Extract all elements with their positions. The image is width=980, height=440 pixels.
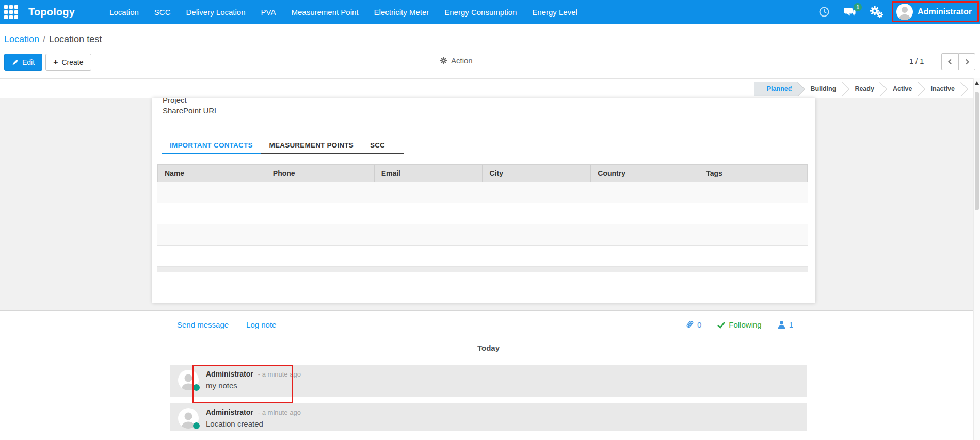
tab-measurement-points[interactable]: MEASUREMENT POINTS bbox=[261, 137, 362, 154]
column-header-name[interactable]: Name bbox=[158, 165, 266, 182]
message-author[interactable]: Administrator bbox=[206, 370, 253, 378]
log-note-link[interactable]: Log note bbox=[246, 320, 276, 329]
menu-item-energy-level[interactable]: Energy Level bbox=[524, 1, 585, 23]
top-navbar: Topology Location SCC Delivery Location … bbox=[0, 0, 980, 24]
person-icon bbox=[777, 320, 786, 329]
stage-active[interactable]: Active bbox=[880, 82, 919, 96]
check-icon bbox=[717, 321, 726, 329]
app-title[interactable]: Topology bbox=[28, 6, 75, 18]
menu-item-energy-consumption[interactable]: Energy Consumption bbox=[437, 1, 524, 23]
followers-button[interactable]: 1 bbox=[777, 320, 793, 329]
contacts-table: Name Phone Email City Country Tags bbox=[157, 164, 808, 272]
column-header-phone[interactable]: Phone bbox=[266, 165, 375, 182]
message-avatar bbox=[178, 408, 199, 429]
control-panel: Edit + Create Action 1 / 1 bbox=[0, 46, 980, 79]
attachment-count: 0 bbox=[697, 320, 701, 329]
breadcrumb: Location/Location test bbox=[4, 34, 102, 45]
form-field-labels: Project SharePoint URL bbox=[163, 98, 246, 120]
message-timestamp: - a minute ago bbox=[258, 409, 301, 416]
pager-value: 1 / 1 bbox=[909, 57, 924, 66]
form-sheet: Project SharePoint URL IMPORTANT CONTACT… bbox=[152, 98, 815, 303]
content-area: Project SharePoint URL IMPORTANT CONTACT… bbox=[0, 98, 980, 311]
message-body: my notes bbox=[206, 381, 301, 390]
plus-icon: + bbox=[53, 58, 58, 67]
apps-grid-icon[interactable] bbox=[4, 5, 18, 19]
chatter-message: Administrator - a minute ago my notes bbox=[170, 365, 807, 397]
stage-building[interactable]: Building bbox=[798, 82, 842, 96]
menu-item-electricity-meter[interactable]: Electricity Meter bbox=[366, 1, 437, 23]
scrollbar-up-arrow[interactable] bbox=[975, 81, 979, 85]
notebook-tabs: IMPORTANT CONTACTS MEASUREMENT POINTS SC… bbox=[162, 137, 404, 154]
action-gear-icon bbox=[440, 57, 447, 64]
column-header-country[interactable]: Country bbox=[591, 165, 699, 182]
date-divider: Today bbox=[170, 344, 807, 352]
user-avatar bbox=[896, 4, 913, 20]
chatter-message: Administrator - a minute ago Location cr… bbox=[170, 403, 807, 431]
messages-icon[interactable]: 1 bbox=[843, 7, 856, 18]
date-divider-label: Today bbox=[469, 344, 508, 352]
table-row bbox=[157, 246, 808, 267]
settings-gears-icon[interactable] bbox=[870, 6, 883, 18]
column-header-email[interactable]: Email bbox=[375, 165, 483, 182]
scrollbar-thumb[interactable] bbox=[975, 92, 979, 210]
column-header-tags[interactable]: Tags bbox=[699, 165, 807, 182]
table-row bbox=[157, 224, 808, 246]
message-author[interactable]: Administrator bbox=[206, 408, 253, 416]
breadcrumb-separator: / bbox=[43, 34, 45, 44]
follower-count: 1 bbox=[789, 320, 793, 329]
pager-next-button[interactable] bbox=[958, 53, 975, 70]
action-menu-button[interactable]: Action bbox=[440, 56, 473, 65]
tab-important-contacts[interactable]: IMPORTANT CONTACTS bbox=[162, 137, 261, 154]
user-name: Administrator bbox=[918, 7, 972, 17]
menu-item-measurement-point[interactable]: Measurement Point bbox=[283, 1, 366, 23]
message-timestamp: - a minute ago bbox=[258, 370, 301, 378]
project-field-label: Project bbox=[163, 98, 246, 105]
menu-item-delivery-location[interactable]: Delivery Location bbox=[179, 1, 253, 23]
column-header-city[interactable]: City bbox=[483, 165, 591, 182]
pager-previous-button[interactable] bbox=[941, 53, 958, 70]
tab-scc[interactable]: SCC bbox=[362, 137, 393, 154]
pencil-icon bbox=[12, 59, 19, 66]
activities-clock-icon[interactable] bbox=[818, 6, 830, 18]
create-button[interactable]: + Create bbox=[45, 54, 91, 71]
top-menu: Location SCC Delivery Location PVA Measu… bbox=[102, 1, 585, 23]
user-menu[interactable]: Administrator bbox=[896, 4, 975, 20]
breadcrumb-row: Location/Location test bbox=[0, 24, 980, 46]
online-status-dot bbox=[193, 422, 200, 429]
menu-item-pva[interactable]: PVA bbox=[253, 1, 284, 23]
stage-planned[interactable]: Planned bbox=[754, 82, 798, 96]
table-row bbox=[157, 182, 808, 203]
following-button[interactable]: Following bbox=[717, 320, 761, 329]
attachments-button[interactable]: 0 bbox=[685, 320, 701, 330]
contacts-table-header: Name Phone Email City Country Tags bbox=[157, 164, 808, 182]
messages-badge: 1 bbox=[854, 3, 862, 11]
status-pipeline: Planned Building Ready Active Inactive bbox=[0, 79, 980, 98]
message-avatar bbox=[178, 370, 199, 390]
stage-inactive[interactable]: Inactive bbox=[918, 82, 961, 96]
online-status-dot bbox=[193, 384, 200, 391]
contacts-table-body bbox=[157, 182, 808, 267]
paperclip-icon bbox=[685, 320, 694, 330]
table-row bbox=[157, 203, 808, 224]
sharepoint-url-field-label: SharePoint URL bbox=[163, 105, 246, 116]
breadcrumb-current: Location test bbox=[49, 34, 102, 44]
menu-item-scc[interactable]: SCC bbox=[147, 1, 179, 23]
edit-button[interactable]: Edit bbox=[4, 54, 42, 71]
contacts-table-footer bbox=[157, 267, 808, 272]
message-body: Location created bbox=[206, 419, 301, 428]
chatter: Send message Log note 0 bbox=[0, 311, 980, 440]
send-message-link[interactable]: Send message bbox=[177, 320, 229, 329]
menu-item-location[interactable]: Location bbox=[102, 1, 147, 23]
breadcrumb-parent-link[interactable]: Location bbox=[4, 34, 39, 44]
stage-ready[interactable]: Ready bbox=[842, 82, 880, 96]
vertical-scrollbar[interactable] bbox=[973, 78, 980, 440]
